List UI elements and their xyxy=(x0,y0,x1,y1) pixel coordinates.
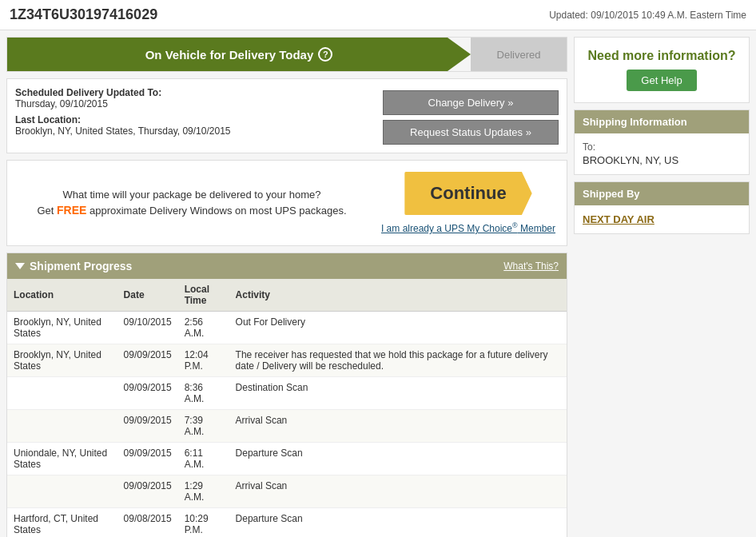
cell-activity: Out For Delivery xyxy=(229,312,567,344)
cell-time: 8:36 A.M. xyxy=(178,377,229,410)
get-help-button[interactable]: Get Help xyxy=(627,70,696,91)
need-more-info-card: Need more information? Get Help xyxy=(574,37,750,103)
progress-title: Shipment Progress xyxy=(15,260,132,272)
need-more-title: Need more information? xyxy=(586,49,738,63)
table-row: 09/09/20157:39 A.M.Arrival Scan xyxy=(7,410,567,443)
updated-timestamp: Updated: 09/10/2015 10:49 A.M. Eastern T… xyxy=(549,10,746,21)
cell-time: 6:11 A.M. xyxy=(178,443,229,475)
shipping-info-body: To: BROOKLYN, NY, US xyxy=(575,133,749,174)
main-layout: On Vehicle for Delivery Today ? Delivere… xyxy=(0,30,756,537)
last-location-value: Brooklyn, NY, United States, Thursday, 0… xyxy=(15,125,231,137)
cell-location: Uniondale, NY, United States xyxy=(7,443,117,475)
cell-location: Brooklyn, NY, United States xyxy=(7,344,117,377)
cell-activity: Departure Scan xyxy=(229,508,567,538)
member-link[interactable]: I am already a UPS My Choice® Member xyxy=(381,221,555,234)
cell-activity: Arrival Scan xyxy=(229,410,567,443)
left-panel: On Vehicle for Delivery Today ? Delivere… xyxy=(6,37,567,537)
status-bar: On Vehicle for Delivery Today ? Delivere… xyxy=(6,37,567,72)
delivery-info-content: Scheduled Delivery Updated To: Thursday,… xyxy=(7,79,567,153)
cell-activity: Destination Scan xyxy=(229,377,567,410)
cell-time: 7:39 A.M. xyxy=(178,410,229,443)
cell-date: 09/09/2015 xyxy=(117,344,178,377)
page-header: 1Z34T6U30197416029 Updated: 09/10/2015 1… xyxy=(0,0,756,30)
table-row: 09/09/20158:36 A.M.Destination Scan xyxy=(7,377,567,410)
continue-section: What time will your package be delivered… xyxy=(6,160,567,246)
to-label: To: xyxy=(583,141,741,153)
shipping-info-card: Shipping Information To: BROOKLYN, NY, U… xyxy=(574,109,750,175)
continue-button[interactable]: Continue xyxy=(404,172,531,215)
help-icon[interactable]: ? xyxy=(318,47,332,62)
col-activity: Activity xyxy=(229,279,567,312)
shipped-by-header: Shipped By xyxy=(575,182,749,205)
col-time: LocalTime xyxy=(178,279,229,312)
status-inactive: Delivered xyxy=(471,38,567,71)
cell-location: Hartford, CT, United States xyxy=(7,508,117,538)
scheduled-date: Thursday, 09/10/2015 xyxy=(15,98,108,109)
table-row: 09/09/20151:29 A.M.Arrival Scan xyxy=(7,475,567,508)
cell-time: 1:29 A.M. xyxy=(178,475,229,508)
cell-date: 09/08/2015 xyxy=(117,508,178,538)
delivery-info-box: Scheduled Delivery Updated To: Thursday,… xyxy=(6,78,567,153)
shipping-info-header: Shipping Information xyxy=(575,110,749,133)
status-inactive-label: Delivered xyxy=(497,49,541,61)
request-status-button[interactable]: Request Status Updates » xyxy=(383,120,559,145)
shipped-by-card: Shipped By NEXT DAY AIR xyxy=(574,181,750,234)
triangle-icon xyxy=(15,263,25,269)
cell-location xyxy=(7,377,117,410)
status-active-label: On Vehicle for Delivery Today xyxy=(145,48,314,62)
cell-activity: The receiver has requested that we hold … xyxy=(229,344,567,377)
change-delivery-button[interactable]: Change Delivery » xyxy=(383,90,559,115)
cell-date: 09/10/2015 xyxy=(117,312,178,344)
shipment-progress: Shipment Progress What's This? Location … xyxy=(6,253,567,537)
table-row: Uniondale, NY, United States09/09/20156:… xyxy=(7,443,567,475)
delivery-right: Change Delivery » Request Status Updates… xyxy=(383,87,559,145)
whats-this-link[interactable]: What's This? xyxy=(503,261,559,272)
status-active: On Vehicle for Delivery Today ? xyxy=(7,38,471,71)
continue-text: What time will your package be delivered… xyxy=(18,187,365,220)
cell-location: Brooklyn, NY, United States xyxy=(7,312,117,344)
cell-time: 12:04 P.M. xyxy=(178,344,229,377)
progress-title-label: Shipment Progress xyxy=(30,260,132,272)
shipping-address: BROOKLYN, NY, US xyxy=(583,154,741,166)
shipped-by-link[interactable]: NEXT DAY AIR xyxy=(583,213,655,225)
table-row: Brooklyn, NY, United States09/10/20152:5… xyxy=(7,312,567,344)
table-row: Brooklyn, NY, United States09/09/201512:… xyxy=(7,344,567,377)
shipped-by-body: NEXT DAY AIR xyxy=(575,205,749,233)
last-location-section: Last Location: Brooklyn, NY, United Stat… xyxy=(15,114,375,137)
cell-date: 09/09/2015 xyxy=(117,410,178,443)
cell-date: 09/09/2015 xyxy=(117,443,178,475)
cell-location xyxy=(7,475,117,508)
cell-activity: Departure Scan xyxy=(229,443,567,475)
table-row: Hartford, CT, United States09/08/201510:… xyxy=(7,508,567,538)
continue-btn-wrap: Continue I am already a UPS My Choice® M… xyxy=(381,172,555,234)
tracking-number: 1Z34T6U30197416029 xyxy=(10,6,157,23)
cell-date: 09/09/2015 xyxy=(117,377,178,410)
cell-activity: Arrival Scan xyxy=(229,475,567,508)
cell-date: 09/09/2015 xyxy=(117,475,178,508)
progress-header: Shipment Progress What's This? xyxy=(7,253,567,279)
cell-time: 10:29 P.M. xyxy=(178,508,229,538)
col-location: Location xyxy=(7,279,117,312)
delivery-left: Scheduled Delivery Updated To: Thursday,… xyxy=(15,87,375,145)
col-date: Date xyxy=(117,279,178,312)
progress-table: Location Date LocalTime Activity Brookly… xyxy=(7,279,567,537)
cell-time: 2:56 A.M. xyxy=(178,312,229,344)
right-panel: Need more information? Get Help Shipping… xyxy=(574,37,750,537)
scheduled-label: Scheduled Delivery Updated To: Thursday,… xyxy=(15,87,375,109)
cell-location xyxy=(7,410,117,443)
